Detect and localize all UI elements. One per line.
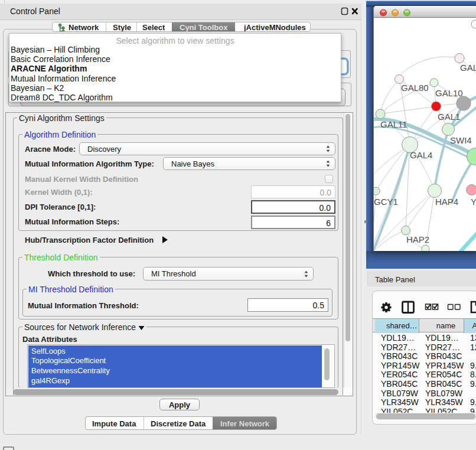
svg-text:GAL10: GAL10 (435, 88, 463, 98)
svg-text:Y: Y (471, 197, 476, 207)
svg-text:HAP4: HAP4 (435, 197, 458, 207)
svg-text:GAL11: GAL11 (380, 119, 407, 129)
svg-text:GCY1: GCY1 (374, 197, 398, 207)
svg-text:GAL1: GAL1 (438, 112, 460, 122)
svg-text:SWI4: SWI4 (450, 135, 472, 145)
svg-text:GAL80: GAL80 (401, 83, 429, 93)
svg-text:HAP2: HAP2 (406, 234, 429, 244)
svg-text:GAL4: GAL4 (410, 150, 432, 160)
svg-text:GAL: GAL (460, 63, 476, 73)
